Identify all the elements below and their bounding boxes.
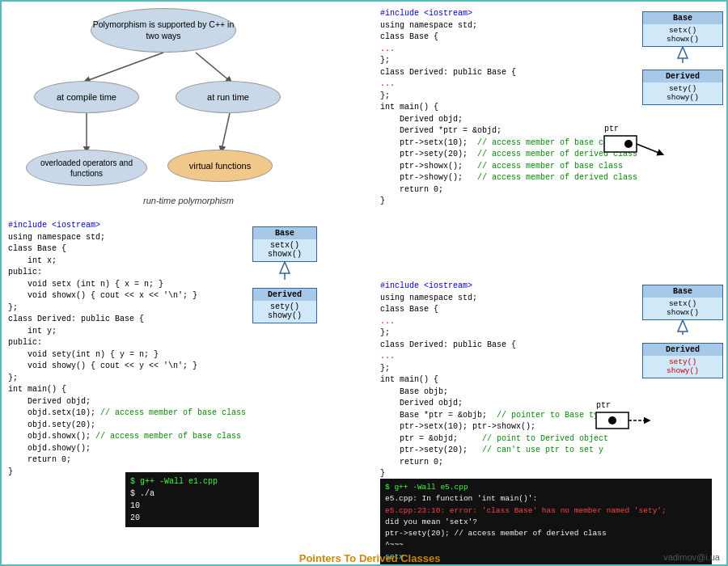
left-inherit-arrow	[252, 262, 317, 288]
rb-base-class-box: Base setx() showx()	[642, 285, 723, 320]
right-top-ptr-svg: ptr	[600, 121, 697, 170]
left-derived-class-box: Derived sety() showy()	[252, 288, 317, 323]
rt-inherit-arrow	[650, 47, 715, 70]
rt-derived-methods: sety() showy()	[650, 84, 716, 102]
runtime-label: at run time	[207, 92, 249, 102]
rt-derived-title: Derived	[643, 70, 722, 82]
flowchart-area: Polymorphism is supported by C++ in two …	[18, 8, 358, 202]
rb-base-methods: setx() showx()	[650, 299, 716, 317]
svg-marker-7	[678, 47, 688, 58]
footer-email: vadimov@i.ua	[663, 552, 720, 564]
left-derived-title: Derived	[253, 289, 316, 301]
rt-base-methods: setx() showx()	[650, 26, 716, 44]
top-ellipse: Polymorphism is supported by C++ in two …	[91, 8, 236, 53]
rb-derived-title: Derived	[643, 344, 722, 356]
left-base-methods: setx() showx()	[260, 241, 310, 259]
left-base-title: Base	[253, 227, 316, 239]
rb-inherit-arrow	[650, 320, 715, 343]
right-bottom-ptr-svg: ptr	[592, 398, 697, 446]
rb-derived-class-box: Derived sety() showy()	[642, 343, 723, 378]
virtual-ellipse: virtual functions	[167, 150, 273, 182]
svg-point-16	[608, 416, 616, 424]
rb-base-title: Base	[643, 285, 722, 298]
svg-line-0	[87, 53, 163, 81]
terminal-left-line1: $ g++ -Wall e1.cpp	[130, 475, 254, 488]
right-top-ptr-container: ptr	[600, 121, 697, 171]
right-bottom-ptr-container: ptr	[592, 398, 697, 448]
top-label: Polymorphism is supported by C++ in two …	[91, 19, 235, 41]
svg-text:ptr: ptr	[596, 401, 611, 410]
svg-line-3	[222, 113, 230, 150]
rt-base-title: Base	[643, 12, 722, 24]
terminal-left-line3: 10	[130, 500, 254, 512]
rb-derived-methods: sety() showy()	[650, 357, 716, 375]
right-bottom-code-block: #include <iostream> using namespace std;…	[380, 281, 631, 480]
right-bottom-code-text: #include <iostream> using namespace std;…	[380, 281, 631, 480]
right-bottom-class-diagram: Base setx() showx() Derived sety() showy…	[642, 285, 723, 378]
overload-label: overloaded operators and functions	[27, 158, 146, 179]
rt-base-class-box: Base setx() showx()	[642, 11, 723, 47]
virtual-label: virtual functions	[189, 161, 251, 171]
terminal-left: $ g++ -Wall e1.cpp $ ./a 10 20	[125, 472, 259, 527]
right-top-class-diagram: Base setx() showx() Derived sety() showy…	[642, 11, 723, 105]
footer-title: Pointers To Derived Classes	[76, 552, 663, 564]
terminal-left-line4: 20	[130, 512, 254, 524]
overload-ellipse: overloaded operators and functions	[26, 150, 147, 186]
footer: Pointers To Derived Classes vadimov@i.ua	[2, 552, 728, 564]
terminal-left-line2: $ ./a	[130, 488, 254, 500]
svg-line-11	[637, 144, 661, 154]
runtime-polymorphism-label: run-time polymorphism	[143, 196, 234, 205]
svg-marker-13	[678, 320, 688, 332]
svg-line-1	[196, 53, 230, 81]
svg-marker-5	[280, 262, 290, 273]
svg-point-10	[624, 140, 633, 148]
right-top-code-block: #include <iostream> using namespace std;…	[380, 8, 631, 208]
compile-label: at compile time	[57, 92, 116, 102]
runtime-ellipse: at run time	[176, 81, 281, 113]
main-container: Polymorphism is supported by C++ in two …	[2, 2, 728, 566]
left-class-diagram: Base setx() showx() Derived sety() showy…	[252, 226, 317, 323]
svg-text:ptr: ptr	[604, 125, 619, 133]
left-base-class-box: Base setx() showx()	[252, 226, 317, 262]
right-top-code-text: #include <iostream> using namespace std;…	[380, 8, 631, 208]
flowchart-wrapper: Polymorphism is supported by C++ in two …	[18, 8, 317, 202]
rt-derived-class-box: Derived sety() showy()	[642, 70, 723, 105]
compile-ellipse: at compile time	[34, 81, 139, 113]
left-derived-methods: sety() showy()	[260, 302, 310, 320]
